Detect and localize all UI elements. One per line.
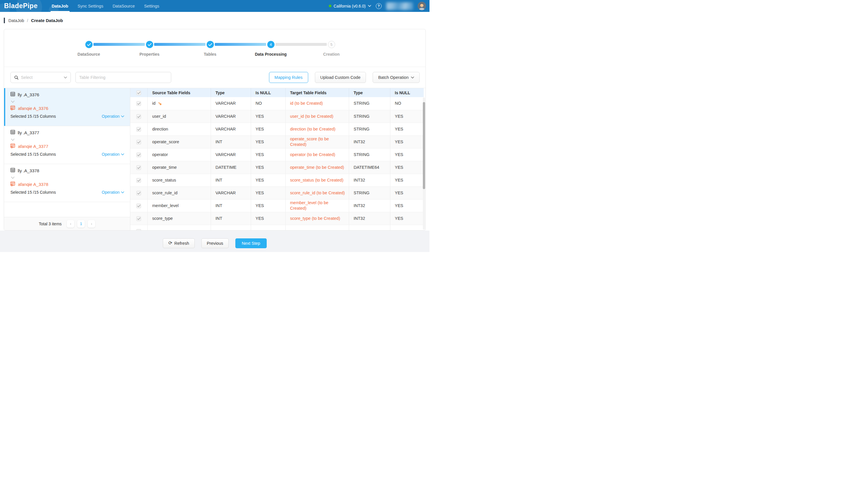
step-circle-tables [207,41,214,48]
footer-actions: ⟳ Refresh Previous Next Step [0,231,430,252]
target-type-cell: INT32 [349,174,390,187]
checkbox-cell [130,123,147,136]
batch-operation-label: Batch Operation [378,75,409,80]
upload-custom-code-button[interactable]: Upload Custom Code [315,72,366,83]
search-icon [14,75,18,80]
field-row-member_level: member_levelINTYESmember_level (to be Cr… [130,199,424,212]
mapping-direction [11,137,124,142]
step-connector [93,43,145,46]
operation-label: Operation [102,114,120,119]
tab-settings[interactable]: Settings [144,0,159,12]
table-filtering-input[interactable] [75,72,171,83]
row-checkbox[interactable] [136,114,141,119]
target-is-null-cell: YES [390,174,424,187]
table-card-3376[interactable]: lly .A_3376afanqie A_3376Selected 15 /15… [4,88,130,126]
tab-datasource[interactable]: DataSource [112,0,135,12]
target-type-cell: STRING [349,97,390,110]
help-icon[interactable]: ? [376,3,382,9]
operation-dropdown[interactable]: Operation [102,190,124,194]
source-is-null-cell: YES [251,199,285,212]
next-step-button[interactable]: Next Step [235,238,267,248]
row-checkbox[interactable] [136,140,141,144]
table-cards: lly .A_3376afanqie A_3376Selected 15 /15… [4,88,130,202]
operation-label: Operation [102,152,120,157]
table-card-3377[interactable]: lly .A_3377afanqie A_3377Selected 15 /15… [4,126,130,164]
source-is-null-cell: YES [251,110,285,123]
breadcrumb: DataJob / Create DataJob [0,12,430,29]
row-checkbox[interactable] [136,153,141,157]
target-is-null-cell: YES [390,161,424,174]
chevron-down-icon [121,191,124,193]
field-row-user_id: user_idVARCHARYESuser_id (to be Created)… [130,110,424,123]
pagination-page-1[interactable]: 1 [77,220,85,227]
pagination-next-button[interactable]: › [88,220,95,227]
row-checkbox[interactable] [136,127,141,132]
scrollbar-thumb[interactable] [423,102,425,189]
row-checkbox[interactable] [136,204,141,208]
target-field-cell: operator (to be Created) [285,148,349,161]
target-table-create-icon [11,144,15,148]
row-checkbox[interactable] [136,165,141,170]
target-type-cell: STRING [349,123,390,136]
pagination-prev-button[interactable]: ‹ [67,220,74,227]
row-checkbox[interactable] [136,229,141,231]
environment-selector[interactable]: California (v0.6.0) [329,4,372,9]
target-field-cell: direction (to be Created) [285,123,349,136]
step-circle-data-processing: 4 [267,41,274,48]
row-checkbox[interactable] [136,178,141,183]
username-blurred [386,2,413,10]
operation-dropdown[interactable]: Operation [102,114,124,119]
source-field-cell: operate_score [147,136,211,148]
checkbox-cell [130,187,147,199]
tab-datajob[interactable]: DataJob [52,0,68,12]
source-table-name: lly .A_3378 [18,168,39,173]
step-label-creation: Creation [301,52,362,57]
chevron-down-icon [368,5,371,7]
source-field-name: direction [152,126,168,132]
selected-columns-label: Selected 15 /15 Columns [11,114,56,119]
source-field-cell: score_rule_id [147,187,211,199]
table-scrollbar[interactable] [423,97,425,230]
refresh-label: Refresh [175,241,189,246]
environment-label: California (v0.6.0) [334,4,366,9]
avatar[interactable] [418,2,426,10]
row-checkbox[interactable] [136,191,141,195]
top-navbar: BladePipe DataJobSync SettingsDataSource… [0,0,430,12]
select-all-checkbox[interactable] [136,91,141,95]
row-checkbox[interactable] [136,216,141,221]
source-field-cell: id [147,97,211,110]
field-mapping-table-area: Source Table Fields Type Is NULL Target … [130,88,425,230]
main-card: DataSourcePropertiesTables4Data Processi… [4,29,426,231]
chevron-down-icon [121,153,124,155]
checkbox-cell [130,110,147,123]
target-type-cell: INT32 [349,212,390,225]
select-dropdown[interactable]: Select [11,72,71,83]
target-field-cell: score_type (to be Created) [285,212,349,225]
selected-columns-label: Selected 15 /15 Columns [11,152,56,157]
mapping-direction [11,175,124,180]
source-field-cell: user_id [147,110,211,123]
tab-sync-settings[interactable]: Sync Settings [77,0,103,12]
batch-operation-button[interactable]: Batch Operation [373,72,420,83]
navbar-right: California (v0.6.0) ? [329,2,430,10]
source-type-cell: INT [211,136,251,148]
checkbox-cell [130,161,147,174]
toolbar-actions: Mapping Rules Upload Custom Code Batch O… [269,72,420,83]
table-card-3378[interactable]: lly .A_3378afanqie A_3378Selected 15 /15… [4,164,130,202]
step-label-datasource: DataSource [58,52,119,57]
previous-button[interactable]: Previous [201,238,229,248]
pagination-total: Total 3 items [39,222,62,226]
source-field-cell: member_level [147,199,211,212]
source-is-null-cell: YES [251,136,285,148]
chevron-down-icon [11,100,15,103]
source-is-null-cell: YES [251,187,285,199]
row-checkbox[interactable] [136,101,141,106]
operation-dropdown[interactable]: Operation [102,152,124,157]
refresh-button[interactable]: ⟳ Refresh [163,238,194,248]
mapping-rules-button[interactable]: Mapping Rules [269,72,308,83]
breadcrumb-datajob[interactable]: DataJob [9,18,24,23]
header-target-type: Type [349,88,390,97]
chevron-down-icon [64,77,67,79]
table-list-panel: lly .A_3376afanqie A_3376Selected 15 /15… [4,88,130,230]
source-field-name: member_level [152,203,179,208]
